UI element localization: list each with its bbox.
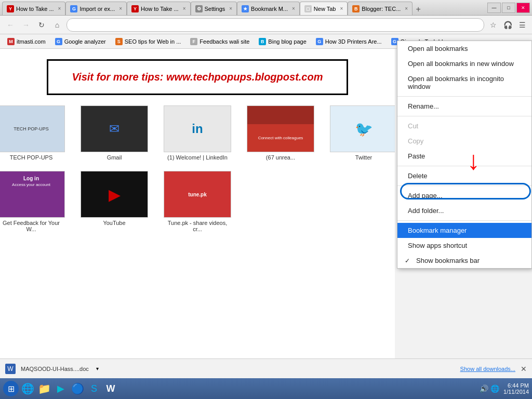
ctx-show-apps-shortcut[interactable]: Show apps shortcut xyxy=(397,238,531,253)
thumb-tune[interactable]: tune.pk Tune.pk - share videos, cr... xyxy=(161,171,234,232)
main-content: Visit for more tips: www.techpopups.blog… xyxy=(0,49,395,358)
ctx-paste[interactable]: Paste xyxy=(397,149,531,164)
tab-label-tab-settings: Settings xyxy=(205,6,225,12)
reload-button[interactable]: ↻ xyxy=(35,19,48,31)
tab-label-tab-import: Import or ex... xyxy=(79,6,115,12)
thumb-youtube[interactable]: ▶ YouTube xyxy=(78,171,151,232)
ctx-add-folder[interactable]: Add folder... xyxy=(397,203,531,218)
thumbnails-grid: TECH POP-UPS TECH POP-UPS ✉ Gmail in (1)… xyxy=(10,105,384,232)
ctx-copy: Copy xyxy=(397,134,531,149)
ctx-separator-2 xyxy=(397,116,531,116)
skype-button[interactable]: S xyxy=(86,381,102,396)
ctx-open-all-bookmarks[interactable]: Open all bookmarks xyxy=(397,41,531,56)
back-button[interactable]: ← xyxy=(4,19,17,31)
tab-close-tab-bookmark[interactable]: × xyxy=(292,6,295,11)
ctx-separator-4 xyxy=(397,185,531,186)
taskbar: ⊞ 🌐 📁 ▶ 🔵 S W 🔊 🌐 6:44 PM 1/11/2014 xyxy=(0,378,532,399)
address-bar: ← → ↻ ⌂ ☆ 🎧 ☰ xyxy=(0,16,532,34)
ctx-bookmark-manager[interactable]: Bookmark manager xyxy=(397,223,531,238)
tab-tab-newtab[interactable]: ◻New Tab× xyxy=(300,2,348,15)
ctx-open-all-incognito[interactable]: Open all bookmarks in incognito window xyxy=(397,71,531,94)
bookmark-item-itmasti.com[interactable]: Mitmasti.com xyxy=(3,37,50,46)
bookmark-favicon: G xyxy=(316,38,323,45)
bookmark-item-feedbacks-wali-site[interactable]: FFeedbacks wali site xyxy=(186,37,254,46)
star-icon[interactable]: ☆ xyxy=(487,19,499,31)
ctx-add-page[interactable]: Add page... xyxy=(397,188,531,203)
bookmark-favicon: S xyxy=(115,38,123,45)
tab-close-tab-settings[interactable]: × xyxy=(229,6,232,11)
ctx-rename[interactable]: Rename... xyxy=(397,99,531,114)
tab-tab-howtotake2[interactable]: YHow to Take ...× xyxy=(127,2,190,15)
thumb-label-tech-popups: TECH POP-UPS xyxy=(10,154,53,161)
forward-button[interactable]: → xyxy=(20,19,32,31)
tab-tab-import[interactable]: GImport or ex...× xyxy=(65,2,127,15)
bookmark-favicon: M xyxy=(7,38,15,45)
bookmark-item-google-analyzer[interactable]: GGoogle analyzer xyxy=(51,37,110,46)
tab-favicon-tab-blogger: B xyxy=(352,5,360,12)
toolbar-icons: ☆ 🎧 ☰ xyxy=(487,19,528,31)
thumb-twitter[interactable]: 🐦 Twitter xyxy=(327,105,395,161)
show-all-downloads-link[interactable]: Show all downloads... xyxy=(460,366,515,372)
home-button[interactable]: ⌂ xyxy=(51,19,63,31)
tab-favicon-tab-newtab: ◻ xyxy=(304,5,312,12)
download-dropdown-button[interactable]: ▾ xyxy=(96,366,99,371)
ie-button[interactable]: 🌐 xyxy=(20,381,35,396)
bookmark-favicon: B xyxy=(259,38,266,45)
tab-label-tab-blogger: Blogger: TEC... xyxy=(362,6,401,12)
thumb-linkedin[interactable]: in (1) Welcome! | LinkedIn xyxy=(161,105,234,161)
bookmark-label: itmasti.com xyxy=(17,38,46,45)
tab-favicon-tab-howtotake1: Y xyxy=(7,5,14,12)
bookmark-label: Feedbacks wali site xyxy=(200,38,249,45)
promo-box: Visit for more tips: www.techpopups.blog… xyxy=(47,59,348,95)
minimize-button[interactable]: — xyxy=(487,3,501,13)
thumb-67unread[interactable]: Connect with colleagues (67 unrea... xyxy=(244,105,317,161)
tab-label-tab-howtotake2: How to Take ... xyxy=(141,6,179,12)
thumb-label-feedback: Get Feedback for Your W... xyxy=(0,220,65,232)
menu-icon[interactable]: ☰ xyxy=(516,19,528,31)
thumb-label-gmail: Gmail xyxy=(107,154,122,161)
tab-favicon-tab-bookmark: ★ xyxy=(242,5,249,12)
thumb-label-67unread: (67 unrea... xyxy=(266,154,295,161)
word-button[interactable]: W xyxy=(103,381,118,396)
ctx-show-bookmarks-bar[interactable]: ✓ Show bookmarks bar xyxy=(397,253,531,268)
start-button[interactable]: ⊞ xyxy=(3,381,19,396)
title-bar: YHow to Take ...×GImport or ex...×YHow t… xyxy=(0,0,532,16)
ctx-delete[interactable]: Delete xyxy=(397,168,531,183)
bookmark-item-bing-blog-page[interactable]: BBing blog page xyxy=(255,37,310,46)
thumb-tech-popups[interactable]: TECH POP-UPS TECH POP-UPS xyxy=(0,105,68,161)
headphones-icon[interactable]: 🎧 xyxy=(502,19,513,31)
thumb-gmail[interactable]: ✉ Gmail xyxy=(78,105,151,161)
bookmark-item-how-3d-printers-are...[interactable]: GHow 3D Printers Are... xyxy=(312,37,386,46)
folder-button[interactable]: 📁 xyxy=(36,381,52,396)
bookmark-label: SEO tips for Web in ... xyxy=(125,38,181,45)
address-input[interactable] xyxy=(66,18,484,32)
tab-close-tab-import[interactable]: × xyxy=(119,6,122,11)
clock-date: 1/11/2014 xyxy=(503,389,529,395)
tab-favicon-tab-import: G xyxy=(70,5,77,12)
tab-favicon-tab-howtotake2: Y xyxy=(131,5,139,12)
maximize-button[interactable]: □ xyxy=(502,3,515,13)
tab-tab-howtotake1[interactable]: YHow to Take ...× xyxy=(2,2,65,15)
system-tray-icon: 🔊 xyxy=(480,384,488,393)
chrome-button[interactable]: 🔵 xyxy=(70,381,85,396)
arrow-annotation: ↓ xyxy=(467,145,480,176)
bookmark-label: Google analyzer xyxy=(64,38,106,45)
tab-tab-settings[interactable]: ⚙Settings× xyxy=(191,2,237,15)
tab-close-tab-howtotake2[interactable]: × xyxy=(183,6,186,11)
tab-label-tab-howtotake1: How to Take ... xyxy=(16,6,54,12)
media-player-button[interactable]: ▶ xyxy=(53,381,69,396)
new-tab-button[interactable]: + xyxy=(413,4,424,15)
thumb-feedback[interactable]: Log inAccess your account Get Feedback f… xyxy=(0,171,68,232)
tab-tab-bookmark[interactable]: ★Bookmark M...× xyxy=(237,2,300,15)
close-button[interactable]: ✕ xyxy=(516,3,530,13)
tab-close-tab-newtab[interactable]: × xyxy=(340,6,343,11)
download-bar-close-button[interactable]: ✕ xyxy=(521,365,527,373)
ctx-check-icon: ✓ xyxy=(405,257,410,264)
taskbar-right: 🔊 🌐 6:44 PM 1/11/2014 xyxy=(480,382,529,395)
tab-close-tab-blogger[interactable]: × xyxy=(405,6,408,11)
ctx-open-all-new-window[interactable]: Open all bookmarks in new window xyxy=(397,56,531,71)
tab-close-tab-howtotake1[interactable]: × xyxy=(58,6,61,11)
bookmark-item-seo-tips-for-web-in-...[interactable]: SSEO tips for Web in ... xyxy=(111,37,185,46)
window-controls: — □ ✕ xyxy=(487,3,530,13)
tab-tab-blogger[interactable]: BBlogger: TEC...× xyxy=(348,2,413,15)
